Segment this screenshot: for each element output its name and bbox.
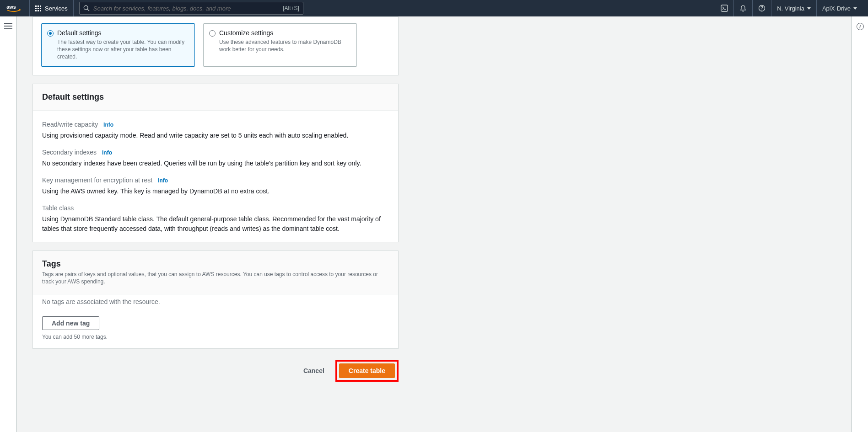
svg-point-1	[84, 5, 88, 10]
global-search[interactable]: [Alt+S]	[79, 2, 303, 15]
field-text: Using DynamoDB Standard table class. The…	[42, 214, 389, 234]
panel-description: Tags are pairs of keys and optional valu…	[42, 271, 389, 286]
help-button[interactable]	[752, 0, 771, 16]
account-label: ApiX-Drive	[822, 5, 851, 12]
grid-icon	[35, 5, 41, 11]
radio-icon	[47, 30, 54, 37]
field-table-class: Table class Using DynamoDB Standard tabl…	[42, 204, 389, 234]
tags-hint: You can add 50 more tags.	[42, 334, 389, 340]
region-label: N. Virginia	[777, 5, 804, 12]
left-rail	[0, 16, 16, 432]
field-label: Read/write capacity	[42, 121, 98, 128]
field-key-management: Key management for encryption at rest In…	[42, 176, 389, 196]
services-label: Services	[45, 5, 68, 12]
radio-default-settings[interactable]: Default settings The fastest way to crea…	[41, 23, 195, 67]
cloudshell-button[interactable]	[715, 0, 733, 16]
field-text: Using the AWS owned key. This key is man…	[42, 187, 389, 196]
services-menu-button[interactable]: Services	[30, 0, 74, 16]
svg-point-6	[761, 10, 762, 11]
bell-icon	[739, 5, 747, 12]
notifications-button[interactable]	[733, 0, 752, 16]
field-secondary-indexes: Secondary indexes Info No secondary inde…	[42, 149, 389, 168]
help-icon	[758, 5, 766, 12]
account-menu[interactable]: ApiX-Drive	[816, 0, 863, 16]
svg-line-2	[87, 9, 89, 11]
sidebar-toggle[interactable]	[4, 23, 12, 29]
form-actions: Cancel Create table	[32, 349, 399, 400]
field-text: Using provisioned capacity mode. Read an…	[42, 131, 389, 140]
create-table-button[interactable]: Create table	[339, 363, 395, 378]
info-link[interactable]: Info	[102, 149, 112, 156]
info-link[interactable]: Info	[158, 177, 168, 184]
field-label: Secondary indexes	[42, 149, 97, 156]
main-content: Default settings The fastest way to crea…	[16, 16, 852, 432]
default-settings-panel: Default settings Read/write capacity Inf…	[32, 84, 399, 242]
region-selector[interactable]: N. Virginia	[771, 0, 816, 16]
panel-heading: Default settings	[42, 92, 389, 102]
chevron-down-icon	[807, 7, 811, 10]
right-rail: i	[852, 16, 868, 432]
table-settings-panel: Default settings The fastest way to crea…	[32, 16, 399, 75]
field-label: Table class	[42, 204, 74, 212]
chevron-down-icon	[853, 7, 857, 10]
svg-text:aws: aws	[6, 4, 16, 10]
radio-title: Default settings	[57, 29, 189, 37]
panel-heading: Tags	[42, 259, 389, 269]
field-label: Key management for encryption at rest	[42, 176, 152, 184]
top-nav: aws Services [Alt+S]	[0, 0, 868, 16]
search-shortcut: [Alt+S]	[283, 5, 299, 11]
radio-desc: Use these advanced features to make Dyna…	[219, 38, 351, 53]
search-input[interactable]	[90, 5, 283, 12]
radio-customize-settings[interactable]: Customize settings Use these advanced fe…	[203, 23, 357, 67]
cancel-button[interactable]: Cancel	[299, 364, 329, 377]
svg-rect-3	[721, 5, 728, 11]
aws-logo[interactable]: aws	[5, 0, 30, 16]
radio-title: Customize settings	[219, 29, 351, 37]
search-icon	[83, 5, 90, 11]
highlight-annotation: Create table	[335, 360, 399, 382]
radio-icon	[209, 30, 216, 37]
field-rw-capacity: Read/write capacity Info Using provision…	[42, 121, 389, 140]
tags-empty-text: No tags are associated with the resource…	[42, 298, 389, 305]
tags-panel: Tags Tags are pairs of keys and optional…	[32, 251, 399, 349]
field-text: No secondary indexes have been created. …	[42, 159, 389, 168]
cloudshell-icon	[721, 5, 728, 12]
radio-desc: The fastest way to create your table. Yo…	[57, 38, 189, 61]
info-link[interactable]: Info	[103, 122, 113, 128]
add-tag-button[interactable]: Add new tag	[42, 316, 99, 330]
info-panel-toggle[interactable]: i	[857, 23, 864, 30]
